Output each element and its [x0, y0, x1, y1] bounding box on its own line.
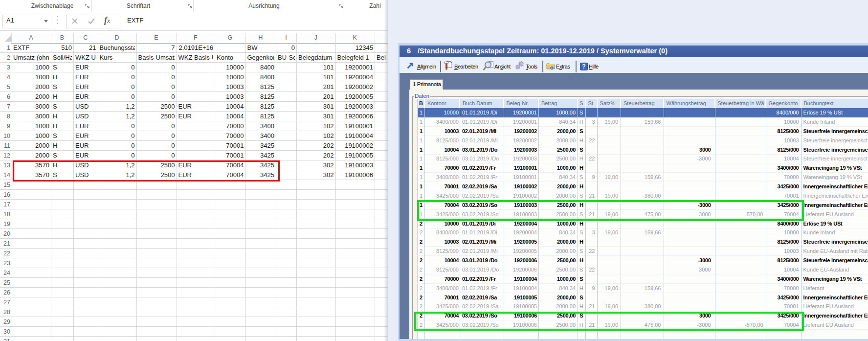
svg-text:?: ? [582, 63, 585, 70]
